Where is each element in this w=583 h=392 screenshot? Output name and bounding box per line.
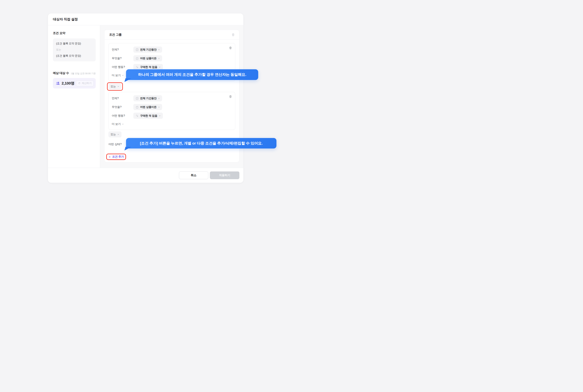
chevron-down-icon bbox=[117, 86, 119, 88]
shopping-bag-icon bbox=[136, 57, 139, 60]
chevron-down-icon bbox=[159, 115, 161, 117]
when-select[interactable]: 전체 기간동안 bbox=[133, 46, 162, 53]
add-condition-tooltip: [조건 추가] 버튼을 누르면, 개별 or 다중 조건을 추가/삭제/편집할 … bbox=[126, 138, 276, 148]
estimate-header: 예상 대상 수 1월 12일 오전 00:00 기준 bbox=[53, 71, 96, 75]
operator-select-1[interactable]: 또는 bbox=[108, 84, 121, 90]
add-condition-row: 조건 추가 bbox=[108, 154, 235, 160]
calculate-button[interactable]: 계산하기 bbox=[76, 80, 94, 86]
chevron-down-icon bbox=[158, 58, 160, 60]
operator-tooltip-text: 하나의 그룹에서 여러 개의 조건을 추가할 경우 연산자는 동일해요. bbox=[138, 72, 246, 77]
what-label: 무엇을? bbox=[112, 105, 133, 109]
shopping-bag-icon bbox=[136, 106, 139, 109]
delete-condition-button[interactable] bbox=[229, 46, 232, 50]
modal-header: 대상자 직접 설정 bbox=[48, 14, 243, 25]
people-icon bbox=[56, 81, 60, 86]
summary-block-2: {조건 블록 요약 문장} bbox=[56, 54, 93, 58]
operator-row-1: 또는 bbox=[108, 82, 235, 91]
chevron-down-icon bbox=[122, 74, 124, 76]
condition-row-what: 무엇을? 어떤 상품이든 bbox=[112, 104, 232, 110]
summary-block-1: {조건 블록 요약 문장} bbox=[56, 42, 93, 45]
page-background: 대상자 직접 설정 조건 요약 {조건 블록 요약 문장} 또는 {조건 블록 … bbox=[0, 0, 292, 196]
chevron-down-icon bbox=[159, 66, 161, 68]
trash-icon bbox=[231, 33, 235, 36]
calendar-check-icon bbox=[136, 48, 139, 51]
estimate-as-of: 1월 12일 오전 00:00 기준 bbox=[71, 72, 96, 75]
when-value: 전체 기간동안 bbox=[140, 48, 157, 52]
summary-box: {조건 블록 요약 문장} 또는 {조건 블록 요약 문장} bbox=[53, 38, 96, 61]
apply-button[interactable]: 적용하기 bbox=[210, 172, 239, 179]
click-action-icon bbox=[136, 66, 139, 69]
action-select[interactable]: 구매한 적 없음 bbox=[133, 113, 163, 119]
page-title: 대상자 직접 설정 bbox=[53, 17, 78, 22]
action-value: 구매한 적 없음 bbox=[140, 114, 157, 118]
operator-tooltip: 하나의 그룹에서 여러 개의 조건을 추가할 경우 연산자는 동일해요. bbox=[126, 69, 258, 80]
see-more-toggle[interactable]: 더 보기 bbox=[112, 122, 124, 126]
condition-row-action: 어떤 행동? 구매한 적 없음 bbox=[112, 113, 232, 119]
trash-icon bbox=[229, 46, 232, 50]
red-highlight-box: 조건 추가 bbox=[106, 154, 126, 160]
what-select[interactable]: 어떤 상품이든 bbox=[133, 55, 162, 61]
when-value: 전체 기간동안 bbox=[140, 96, 157, 100]
cancel-button[interactable]: 취소 bbox=[179, 172, 208, 179]
trash-icon bbox=[229, 95, 232, 98]
refresh-icon bbox=[78, 82, 81, 84]
condition-summary-sidebar: 조건 요약 {조건 블록 요약 문장} 또는 {조건 블록 요약 문장} 예상 … bbox=[48, 25, 100, 168]
when-select[interactable]: 전체 기간동안 bbox=[133, 95, 162, 101]
what-value: 어떤 상품이든 bbox=[140, 56, 157, 60]
operator-value: 또는 bbox=[111, 85, 116, 88]
chevron-down-icon bbox=[117, 134, 119, 136]
see-more-toggle[interactable]: 더 보기 bbox=[112, 73, 124, 78]
chevron-down-icon bbox=[158, 98, 160, 100]
condition-group-header: 조건 그룹 bbox=[104, 30, 239, 40]
plus-icon bbox=[108, 156, 111, 158]
when-label: 언제? bbox=[112, 48, 133, 52]
add-condition-button[interactable]: 조건 추가 bbox=[108, 155, 124, 158]
what-select[interactable]: 어떤 상품이든 bbox=[133, 104, 162, 110]
summary-title: 조건 요약 bbox=[53, 31, 96, 35]
condition-row-when: 언제? 전체 기간동안 bbox=[112, 95, 232, 101]
chevron-down-icon bbox=[158, 49, 160, 51]
condition-group-title: 조건 그룹 bbox=[109, 33, 122, 37]
operator-select-2[interactable]: 또는 bbox=[108, 132, 121, 138]
see-more-label: 더 보기 bbox=[112, 74, 121, 77]
calculate-label: 계산하기 bbox=[82, 82, 92, 85]
calendar-check-icon bbox=[136, 97, 139, 100]
red-highlight-box: 또는 bbox=[107, 82, 123, 91]
see-more-label: 더 보기 bbox=[112, 122, 121, 126]
action-label: 어떤 행동? bbox=[112, 65, 133, 69]
estimate-title: 예상 대상 수 bbox=[53, 71, 69, 75]
delete-group-button[interactable] bbox=[231, 33, 235, 36]
estimate-count: 2,100명 bbox=[62, 81, 75, 86]
chevron-down-icon bbox=[158, 106, 160, 108]
what-label: 무엇을? bbox=[112, 56, 133, 60]
summary-operator: 또는 bbox=[56, 48, 93, 52]
add-condition-label: 조건 추가 bbox=[112, 155, 124, 158]
operator-value: 또는 bbox=[111, 133, 116, 136]
chevron-down-icon bbox=[122, 123, 124, 125]
add-condition-tooltip-text: [조건 추가] 버튼을 누르면, 개별 or 다중 조건을 추가/삭제/편집할 … bbox=[140, 141, 262, 146]
modal-footer: 취소 적용하기 bbox=[48, 168, 243, 183]
action-value: 구매한 적 없음 bbox=[140, 65, 157, 69]
what-value: 어떤 상품이든 bbox=[140, 105, 157, 109]
condition-row-what: 무엇을? 어떤 상품이든 bbox=[112, 55, 232, 61]
delete-condition-button[interactable] bbox=[229, 95, 232, 98]
condition-row-when: 언제? 전체 기간동안 bbox=[112, 46, 232, 53]
operator-row-2: 또는 bbox=[108, 132, 235, 138]
click-action-icon bbox=[136, 114, 139, 118]
action-label: 어떤 행동? bbox=[112, 114, 133, 118]
condition-block-2: 언제? 전체 기간동안 bbox=[108, 92, 235, 130]
estimate-box: 2,100명 계산하기 bbox=[53, 78, 96, 88]
target-setting-modal: 대상자 직접 설정 조건 요약 {조건 블록 요약 문장} 또는 {조건 블록 … bbox=[48, 14, 243, 183]
when-label: 언제? bbox=[112, 96, 133, 100]
